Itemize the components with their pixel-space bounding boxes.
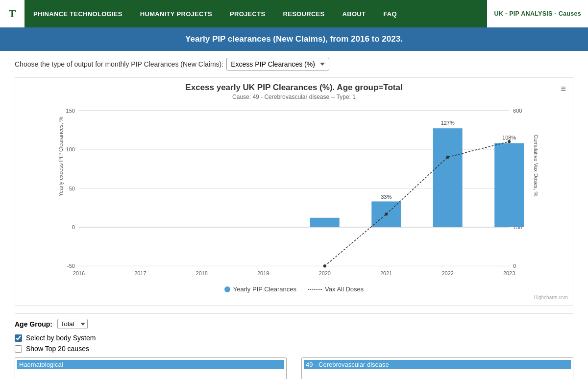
svg-text:-50: -50 [67, 263, 75, 269]
svg-text:2018: 2018 [196, 270, 208, 276]
chart-wrapper: ≡ Excess yearly UK PIP Clearances (%). A… [15, 77, 573, 306]
body-system-list[interactable]: Haematological [15, 357, 287, 379]
chart-title: Excess yearly UK PIP Clearances (%). Age… [20, 83, 568, 93]
svg-text:2023: 2023 [503, 270, 515, 276]
age-group-label: Age Group: [15, 320, 52, 328]
nav-item-active[interactable]: UK - PIP ANALYSIS - Causes [487, 0, 588, 27]
vax-dot-2020 [323, 264, 326, 267]
dropdown-row: Choose the type of output for monthly PI… [15, 58, 573, 71]
nav-logo: T [0, 0, 24, 27]
vax-line [325, 142, 509, 266]
highcharts-credit: Highcharts.com [20, 295, 568, 300]
svg-text:33%: 33% [381, 193, 392, 199]
legend-bar-item: Yearly PIP Clearances [224, 285, 296, 293]
disease-list-box: 49 - Cerebrovascular disease [301, 357, 573, 379]
svg-text:0: 0 [513, 263, 516, 269]
top20-checkbox[interactable] [15, 345, 22, 353]
svg-text:600: 600 [513, 108, 522, 114]
main-content: Choose the type of output for monthly PI… [0, 51, 588, 379]
y-axis-right-label: Cumulative Vax Doses, % [533, 135, 539, 196]
nav-item-humanity[interactable]: HUMANITY PROJECTS [131, 0, 221, 27]
svg-text:2020: 2020 [319, 270, 331, 276]
nav-item-resources[interactable]: RESOURCES [274, 0, 333, 27]
vax-dot-2023 [508, 140, 511, 143]
chart-svg: 150 100 50 0 -50 600 450 300 150 0 2016 … [49, 105, 539, 282]
nav-item-phinance[interactable]: PHINANCE TECHNOLOGIES [24, 0, 131, 27]
page-header-banner: Yearly PIP clearances (New Claims), from… [0, 27, 588, 51]
chart-legend: Yearly PIP Clearances Vax All Doses [20, 285, 568, 293]
lists-row: Haematological 49 - Cerebrovascular dise… [15, 357, 573, 379]
svg-text:127%: 127% [441, 120, 455, 126]
nav-item-faq[interactable]: FAQ [374, 0, 406, 27]
legend-circle-icon [224, 286, 230, 292]
chart-menu-icon[interactable]: ≡ [561, 84, 566, 94]
age-group-row: Age Group: Total 16-24 25-34 35-44 45-54… [15, 319, 573, 329]
svg-text:108%: 108% [502, 135, 516, 141]
svg-text:50: 50 [69, 185, 75, 191]
svg-text:100: 100 [66, 146, 75, 152]
svg-text:2021: 2021 [380, 270, 392, 276]
checkbox-top20-row: Show Top 20 causes [15, 345, 573, 353]
disease-list[interactable]: 49 - Cerebrovascular disease [301, 357, 573, 379]
controls-section: Age Group: Total 16-24 25-34 35-44 45-54… [15, 313, 573, 379]
body-system-list-box: Haematological [15, 357, 287, 379]
legend-vax-item: Vax All Doses [308, 285, 364, 293]
svg-text:2016: 2016 [73, 270, 85, 276]
nav-items: PHINANCE TECHNOLOGIES HUMANITY PROJECTS … [24, 0, 588, 27]
logo-text: T [9, 7, 16, 20]
svg-text:0: 0 [72, 224, 75, 230]
legend-vax-label: Vax All Doses [325, 285, 364, 293]
nav-item-about[interactable]: ABOUT [334, 0, 375, 27]
legend-bar-label: Yearly PIP Clearances [233, 285, 296, 293]
chart-area: Yearly excess PIP Clearances, % Cumulati… [49, 105, 539, 282]
body-system-checkbox[interactable] [15, 334, 22, 342]
svg-text:2022: 2022 [441, 270, 453, 276]
bar-2023 [494, 143, 524, 227]
top20-label: Show Top 20 causes [26, 345, 89, 353]
nav-item-projects[interactable]: PROJECTS [221, 0, 274, 27]
vax-dot-2021 [385, 213, 388, 215]
svg-text:150: 150 [66, 108, 75, 114]
chart-subtitle: Cause: 49 - Cerebrovascular disease -- T… [20, 94, 568, 100]
bar-2020 [310, 218, 340, 227]
svg-text:2017: 2017 [134, 270, 146, 276]
body-system-label: Select by body System [26, 334, 96, 342]
navigation: T PHINANCE TECHNOLOGIES HUMANITY PROJECT… [0, 0, 588, 27]
svg-text:2019: 2019 [257, 270, 269, 276]
dropdown-label: Choose the type of output for monthly PI… [15, 60, 223, 68]
output-type-select[interactable]: Excess PIP Clearances (%) Raw PIP Cleara… [226, 58, 329, 71]
vax-dot-2022 [446, 156, 449, 159]
checkbox-body-system-row: Select by body System [15, 334, 573, 342]
bar-2022 [433, 128, 463, 227]
legend-dotted-line-icon [308, 289, 322, 290]
y-axis-left-label: Yearly excess PIP Clearances, % [58, 117, 64, 196]
age-group-select[interactable]: Total 16-24 25-34 35-44 45-54 55-64 65+ [57, 319, 88, 329]
